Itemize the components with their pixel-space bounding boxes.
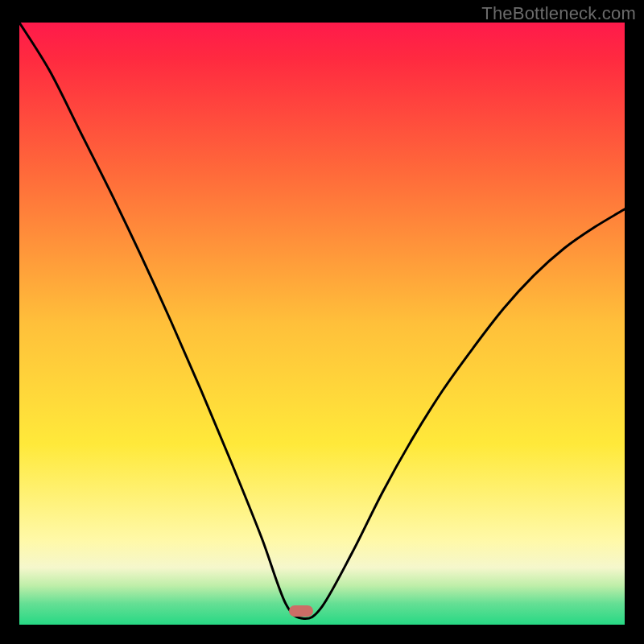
chart-svg <box>19 23 625 625</box>
plot-frame <box>19 23 625 625</box>
gradient-rect <box>19 23 625 625</box>
optimum-marker <box>289 605 313 617</box>
chart-stage: TheBottleneck.com <box>0 0 644 644</box>
watermark-text: TheBottleneck.com <box>481 3 636 24</box>
